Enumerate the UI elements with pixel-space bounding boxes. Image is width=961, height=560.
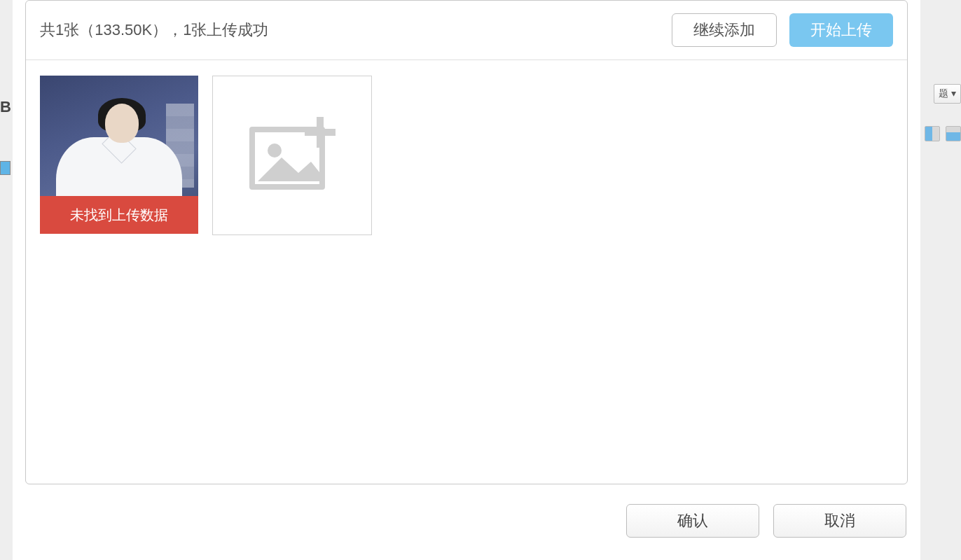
upload-panel: 共1张（133.50K），1张上传成功 继续添加 开始上传 未找到上传数据 — [25, 0, 908, 484]
add-image-tile[interactable] — [212, 76, 372, 235]
upload-status-text: 共1张（133.50K），1张上传成功 — [40, 20, 268, 41]
bg-color-swatch — [0, 161, 11, 175]
chevron-down-icon: ▾ — [951, 88, 956, 99]
bg-layout-icon — [925, 126, 940, 141]
svg-point-1 — [268, 144, 282, 158]
dialog-footer: 确认 取消 — [13, 497, 920, 538]
upload-error-banner: 未找到上传数据 — [40, 196, 198, 234]
thumbnail-area: 未找到上传数据 — [26, 60, 907, 251]
bg-toolbar-right-2 — [925, 126, 961, 141]
start-upload-button[interactable]: 开始上传 — [789, 13, 893, 47]
bg-bold-button: B — [0, 98, 11, 119]
bg-layout-icon-2 — [946, 126, 961, 141]
confirm-button[interactable]: 确认 — [626, 504, 759, 538]
bg-toolbar-right: 题 ▾ — [934, 84, 961, 104]
uploaded-image-tile[interactable]: 未找到上传数据 — [40, 76, 198, 234]
add-image-icon — [247, 117, 338, 194]
bg-dropdown: 题 ▾ — [934, 84, 961, 104]
upload-header: 共1张（133.50K），1张上传成功 继续添加 开始上传 — [26, 1, 907, 60]
svg-rect-3 — [305, 129, 336, 136]
bg-dropdown-label: 题 — [939, 88, 948, 99]
upload-dialog: 共1张（133.50K），1张上传成功 继续添加 开始上传 未找到上传数据 — [13, 0, 920, 560]
cancel-button[interactable]: 取消 — [773, 504, 906, 538]
continue-add-button[interactable]: 继续添加 — [672, 13, 777, 47]
header-buttons: 继续添加 开始上传 — [672, 13, 893, 47]
